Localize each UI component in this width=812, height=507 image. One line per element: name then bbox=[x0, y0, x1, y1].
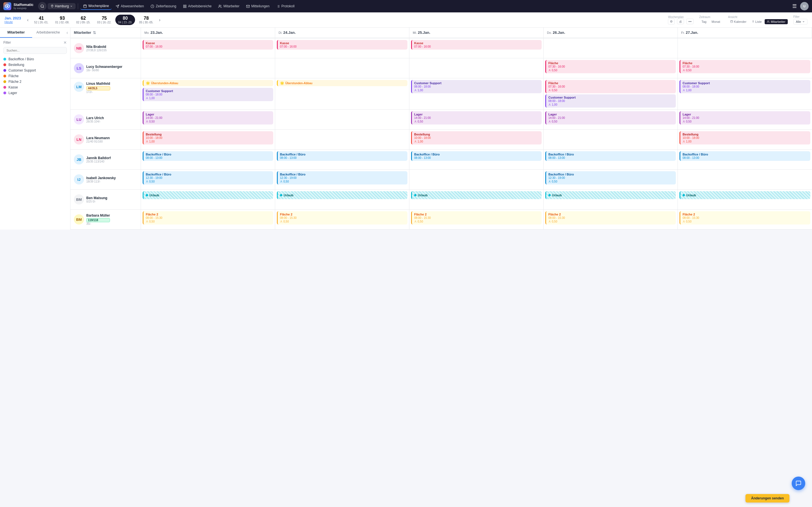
day-cell[interactable]: Urlaub bbox=[678, 189, 812, 209]
day-cell[interactable] bbox=[409, 58, 544, 78]
shift-card[interactable]: Lager 14:00 - 21:00 0,50 bbox=[679, 111, 810, 124]
shift-card[interactable]: Customer Support 08:00 - 18:00 1,00 bbox=[411, 80, 542, 93]
day-cell[interactable] bbox=[275, 129, 409, 149]
shift-card[interactable]: Fläche 2 08:00 - 15:30 0,50 bbox=[545, 211, 676, 224]
nav-item-zeiterfassung[interactable]: Zeiterfassung bbox=[148, 3, 179, 10]
day-cell[interactable]: Lager 14:00 - 21:00 0,50 bbox=[678, 110, 812, 129]
shift-card[interactable]: Backoffice / Büro 08:00 - 13:00 bbox=[277, 151, 407, 161]
day-cell[interactable]: Urlaub bbox=[409, 189, 544, 209]
shift-card[interactable]: Backoffice / Büro 08:00 - 13:00 bbox=[143, 151, 273, 161]
day-cell[interactable]: Customer Support 08:00 - 18:00 1,00 bbox=[678, 78, 812, 109]
shift-card[interactable]: Backoffice / Büro 08:00 - 13:00 bbox=[545, 151, 676, 161]
day-cell[interactable]: Lager 14:00 - 21:00 0,50 bbox=[544, 110, 678, 129]
day-cell[interactable]: Bestellung 10:00 - 18:00 1,00 bbox=[141, 129, 275, 149]
day-cell[interactable]: Fläche 2 08:00 - 15:30 0,50 bbox=[678, 210, 812, 229]
sidebar-collapse-button[interactable]: ‹ bbox=[64, 27, 70, 38]
urlaub-card[interactable]: Urlaub bbox=[411, 191, 542, 199]
urlaub-card[interactable]: Urlaub bbox=[143, 191, 273, 199]
day-cell[interactable]: Fläche 2 08:00 - 15:30 0,50 bbox=[409, 210, 544, 229]
search-input[interactable] bbox=[3, 47, 67, 54]
shift-card[interactable]: Backoffice / Büro 08:00 - 13:00 bbox=[411, 151, 542, 161]
week-item-3[interactable]: 75 03 | 16.-22. bbox=[94, 15, 114, 25]
shift-card[interactable]: Customer Support 08:00 - 18:00 1,00 bbox=[679, 80, 810, 93]
shift-card[interactable]: Fläche 07:30 - 16:00 0,50 bbox=[545, 80, 676, 93]
day-cell[interactable] bbox=[409, 170, 544, 189]
day-cell[interactable] bbox=[275, 58, 409, 78]
day-cell[interactable]: Backoffice / Büro 12:30 - 19:00 0,50 bbox=[544, 170, 678, 189]
filter-item-lager[interactable]: Lager bbox=[3, 91, 67, 95]
day-cell[interactable]: Urlaub bbox=[275, 189, 409, 209]
week-item-0[interactable]: 41 52 | 26.-01. bbox=[31, 15, 51, 25]
shift-card[interactable]: Backoffice / Büro 12:30 - 19:00 0,50 bbox=[545, 171, 676, 184]
day-cell[interactable]: Lager 14:00 - 21:00 0,50 bbox=[141, 110, 275, 129]
week-item-5[interactable]: 78 05 | 30.-05. bbox=[136, 15, 156, 25]
day-cell[interactable]: Backoffice / Büro 08:00 - 13:00 bbox=[678, 150, 812, 169]
sort-icon[interactable]: ⇅ bbox=[93, 31, 96, 35]
filter-clear-button[interactable]: ✕ bbox=[63, 40, 67, 45]
day-cell[interactable]: Kasse 07:00 - 16:00 bbox=[141, 38, 275, 58]
day-cell[interactable]: 🌟 Überstunden-Abbau bbox=[275, 78, 409, 109]
shift-card[interactable]: Fläche 07:30 - 16:00 0,50 bbox=[679, 60, 810, 73]
day-cell[interactable]: Backoffice / Büro 08:00 - 13:00 bbox=[275, 150, 409, 169]
day-cell[interactable]: Fläche 07:30 - 16:00 0,50 bbox=[678, 58, 812, 78]
shift-card[interactable]: Bestellung 10:00 - 18:00 1,00 bbox=[679, 131, 810, 145]
day-cell[interactable] bbox=[275, 110, 409, 129]
day-cell[interactable]: Bestellung 10:00 - 18:00 1,00 bbox=[409, 129, 544, 149]
day-cell[interactable]: Urlaub bbox=[141, 189, 275, 209]
day-cell[interactable]: 🌟 Überstunden-Abbau Customer Support 08:… bbox=[141, 78, 275, 109]
shift-card[interactable]: Fläche 2 08:00 - 15:30 0,50 bbox=[679, 211, 810, 224]
hamburger-menu[interactable]: ☰ bbox=[790, 2, 799, 10]
shift-card[interactable]: Lager 14:00 - 21:00 0,50 bbox=[143, 111, 273, 124]
nav-item-arbeitsbereiche[interactable]: Arbeitsbereiche bbox=[180, 3, 214, 10]
filter-item-backoffice[interactable]: Backoffice / Büro bbox=[3, 57, 67, 61]
day-cell[interactable]: Fläche 2 08:00 - 15:30 0,50 bbox=[544, 210, 678, 229]
filter-all-button[interactable]: Alle bbox=[794, 19, 808, 24]
day-cell[interactable]: Backoffice / Büro 08:00 - 13:00 bbox=[141, 150, 275, 169]
wochenplan-more-button[interactable]: ••• bbox=[686, 18, 694, 24]
filter-item-flache[interactable]: Fläche bbox=[3, 74, 67, 78]
nav-item-mitteilungen[interactable]: Mitteilungen bbox=[243, 3, 272, 10]
day-cell[interactable]: Fläche 2 08:00 - 15:30 0,50 bbox=[275, 210, 409, 229]
day-cell[interactable] bbox=[141, 58, 275, 78]
next-week-button[interactable]: › bbox=[157, 17, 162, 23]
urlaub-card[interactable]: Urlaub bbox=[545, 191, 676, 199]
day-cell[interactable]: Kasse 07:00 - 16:00 bbox=[409, 38, 544, 58]
day-cell[interactable]: Backoffice / Büro 08:00 - 13:00 bbox=[544, 150, 678, 169]
day-cell[interactable] bbox=[678, 38, 812, 58]
shift-card[interactable]: Backoffice / Büro 12:30 - 19:00 0,50 bbox=[277, 171, 407, 184]
day-cell[interactable]: Fläche 07:30 - 16:00 0,50 bbox=[544, 58, 678, 78]
shift-card[interactable]: Kasse 07:00 - 16:00 bbox=[277, 40, 407, 50]
week-item-1[interactable]: 93 01 | 02.-08. bbox=[52, 15, 72, 25]
shift-card-customer-support[interactable]: Customer Support 08:00 - 18:00 1,00 bbox=[143, 88, 273, 101]
tab-mitarbeiter[interactable]: Mitarbeiter bbox=[0, 27, 32, 38]
shift-card[interactable]: Fläche 2 08:00 - 15:30 0,50 bbox=[143, 211, 273, 224]
shift-card[interactable]: Fläche 2 08:00 - 15:30 0,50 bbox=[277, 211, 407, 224]
day-cell[interactable]: Lager 14:00 - 21:00 0,50 bbox=[409, 110, 544, 129]
tab-arbeitsbereiche[interactable]: Arbeitsbereiche bbox=[32, 27, 64, 38]
prev-week-button[interactable]: ‹ bbox=[26, 17, 30, 23]
shift-card[interactable]: Bestellung 10:00 - 18:00 1,00 bbox=[411, 131, 542, 145]
nav-item-mitarbeiter[interactable]: Mitarbeiter bbox=[215, 3, 242, 10]
day-cell[interactable]: Urlaub bbox=[544, 189, 678, 209]
shift-card[interactable]: Kasse 07:00 - 16:00 bbox=[143, 40, 273, 50]
day-cell[interactable] bbox=[544, 38, 678, 58]
today-button[interactable]: Heute bbox=[4, 20, 24, 24]
nav-item-wochenplane[interactable]: Wochenpläne bbox=[80, 3, 112, 10]
filter-item-kasse[interactable]: Kasse bbox=[3, 86, 67, 89]
day-cell[interactable] bbox=[678, 170, 812, 189]
day-cell[interactable]: Backoffice / Büro 08:00 - 13:00 bbox=[409, 150, 544, 169]
day-cell[interactable]: Bestellung 10:00 - 18:00 1,00 bbox=[678, 129, 812, 149]
nav-item-abwesenheiten[interactable]: Abwesenheiten bbox=[113, 3, 147, 10]
week-item-4[interactable]: 80 04 | 23.-29. bbox=[115, 15, 135, 25]
shift-card[interactable]: Kasse 07:00 - 16:00 bbox=[411, 40, 542, 50]
filter-item-bestellung[interactable]: Bestellung bbox=[3, 63, 67, 67]
shift-card[interactable]: Backoffice / Büro 12:30 - 19:00 0,50 bbox=[143, 171, 273, 184]
shift-card[interactable]: Lager 14:00 - 21:00 0,50 bbox=[411, 111, 542, 124]
day-cell[interactable]: Kasse 07:00 - 16:00 bbox=[275, 38, 409, 58]
day-cell[interactable] bbox=[544, 129, 678, 149]
day-cell[interactable]: Backoffice / Büro 12:30 - 19:00 0,50 bbox=[275, 170, 409, 189]
day-cell[interactable]: Customer Support 08:00 - 18:00 1,00 bbox=[409, 78, 544, 109]
shift-card[interactable]: Customer Support 08:00 - 18:00 1,00 bbox=[545, 94, 676, 108]
wochenplan-print-button[interactable]: 🖨 bbox=[677, 18, 684, 24]
urlaub-card[interactable]: Urlaub bbox=[277, 191, 407, 199]
